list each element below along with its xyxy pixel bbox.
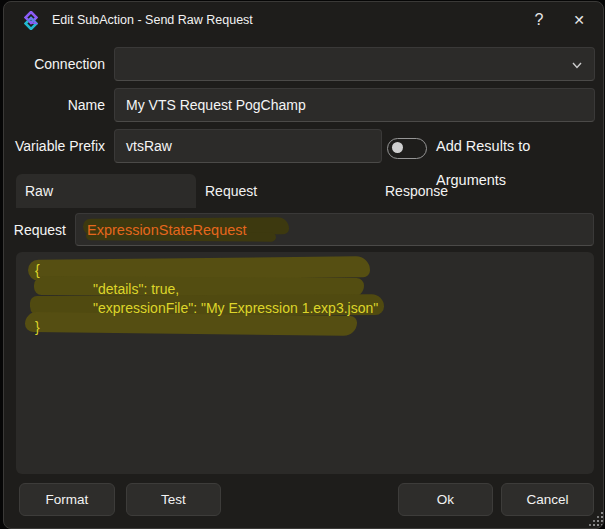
variable-prefix-value: vtsRaw [126,138,172,154]
tab-request[interactable]: Request [196,174,376,208]
format-button[interactable]: Format [19,483,115,516]
request-value: ExpressionStateRequest [87,222,247,238]
raw-request-editor[interactable]: { "details": true, "expressionFile": "My… [16,252,594,474]
tab-raw[interactable]: Raw [16,174,196,208]
request-input[interactable]: ExpressionStateRequest [75,213,594,246]
editor-line: "expressionFile": "My Expression 1.exp3.… [93,300,378,316]
chevron-down-icon [571,59,583,71]
dialog-title: Edit SubAction - Send Raw Request [52,2,253,38]
ok-button[interactable]: Ok [398,483,493,516]
name-value: My VTS Request PogChamp [126,97,306,113]
test-button[interactable]: Test [126,483,221,516]
request-label: Request [4,213,66,247]
close-icon[interactable]: ✕ [564,7,594,33]
connection-dropdown[interactable] [114,47,595,81]
streamerbot-logo-icon [24,11,38,30]
editor-line: } [35,319,40,335]
title-bar[interactable]: Edit SubAction - Send Raw Request ? ✕ [4,2,603,38]
editor-line: { [35,262,40,278]
name-input[interactable]: My VTS Request PogChamp [114,88,595,122]
add-results-toggle-label: Add Results to Arguments [436,129,603,163]
name-label: Name [4,88,105,122]
add-results-toggle[interactable] [387,138,427,159]
tab-response[interactable]: Response [376,174,556,208]
edit-subaction-dialog: Edit SubAction - Send Raw Request ? ✕ Co… [3,1,604,529]
resize-grip[interactable] [589,512,591,514]
toggle-knob [392,142,403,153]
editor-line: "details": true, [93,281,179,297]
connection-label: Connection [4,47,105,81]
cancel-button[interactable]: Cancel [501,483,594,516]
help-button[interactable]: ? [524,7,554,33]
variable-prefix-input[interactable]: vtsRaw [114,129,382,163]
variable-prefix-label: Variable Prefix [4,129,105,163]
